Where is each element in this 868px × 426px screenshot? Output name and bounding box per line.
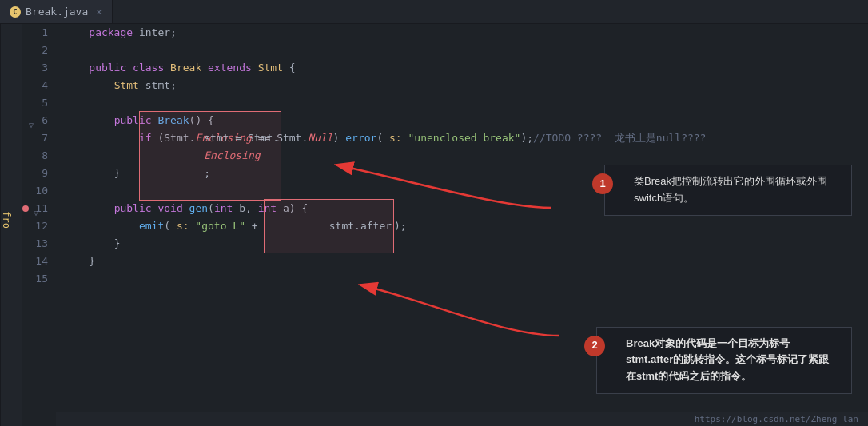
tab-filename: Break.java [26,6,88,18]
code-line-15 [64,270,868,288]
line-num-15: 15 [22,270,56,288]
code-line-8: stmt = Stmt. Enclosing ; [64,147,868,165]
line-num-12: 12 [22,217,56,235]
line-num-4: 4 [22,77,56,94]
line-num-6: ▽ 6 [22,112,56,129]
java-file-icon: C [10,6,21,18]
line-num-13: 13 [22,235,56,253]
arrow-2 [360,285,559,336]
line-num-8: 8 [22,147,56,165]
annotation-2-text: Break对象的代码是一个目标为标号stmt.after的跳转指令。这个标号标记… [626,337,829,383]
code-line-12: emit ( s: "goto L" + stmt.after ); [64,217,868,235]
footer: https://blog.csdn.net/Zheng_lan [56,412,868,426]
code-line-10 [64,182,868,200]
line-num-5: 5 [22,94,56,112]
code-line-9: } [64,165,868,182]
left-panel: fro [0,24,22,426]
code-line-11: public void gen ( int b, int a) { [64,200,868,217]
line-num-3: 3 [22,59,56,77]
code-area: package inter; public class Break extend… [56,24,868,426]
tab-close-icon[interactable]: × [96,6,102,18]
code-line-2 [64,42,868,59]
code-line-1: package inter; [64,24,868,42]
line-num-11: ▽ 11 [22,200,56,217]
gutter: 1 2 3 4 5 ▽ 6 7 8 9 10 ▽ 11 12 13 14 15 [22,24,56,426]
annotation-2-badge: 2 [584,336,605,356]
tab-break-java[interactable]: C Break.java × [0,0,113,23]
line-num-14: 14 [22,253,56,270]
tab-bar: C Break.java × [0,0,868,24]
line-num-10: 10 [22,182,56,200]
code-line-5 [64,94,868,112]
footer-url: https://blog.csdn.net/Zheng_lan [695,414,858,424]
line-num-7: 7 [22,129,56,147]
code-line-14: } [64,253,868,270]
code-line-3: public class Break extends Stmt { [64,59,868,77]
line-num-1: 1 [22,24,56,42]
fro-label: fro [1,212,12,229]
line-num-9: 9 [22,165,56,182]
code-lines: package inter; public class Break extend… [56,24,868,288]
editor-container: fro 1 2 3 4 5 ▽ 6 7 8 9 10 ▽ 11 12 13 14… [0,24,868,426]
line-num-2: 2 [22,42,56,59]
code-line-13: } [64,235,868,253]
debug-dot-11 [22,205,29,212]
code-line-4: Stmt stmt; [64,77,868,94]
annotation-2: 2 Break对象的代码是一个目标为标号stmt.after的跳转指令。这个标号… [596,327,852,394]
fold-icon-6[interactable]: ▽ [26,117,34,125]
fold-icon-11[interactable]: ▽ [30,205,38,213]
